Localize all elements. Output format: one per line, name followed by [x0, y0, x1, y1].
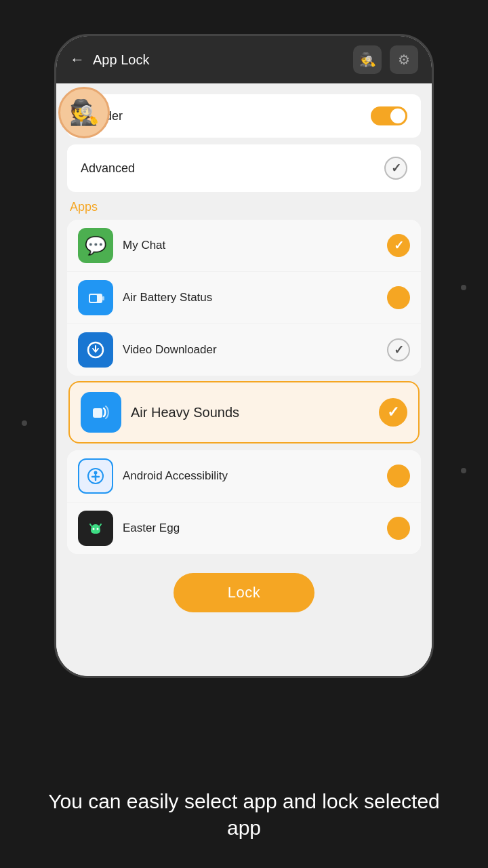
mychat-checkmark: ✓ [394, 238, 404, 253]
heavysounds-checkbox[interactable]: ✓ [379, 398, 407, 427]
app-icon-battery [78, 280, 113, 315]
apps-section-label: Apps [70, 200, 418, 214]
back-button[interactable]: ← [70, 51, 85, 68]
content-area: Intruder Advanced ✓ Apps 💬 My Cha [56, 83, 432, 676]
app-row-heavysounds[interactable]: Air Heavy Sounds ✓ [68, 381, 420, 443]
spy-icon-button[interactable]: 🕵️ [353, 45, 382, 74]
bottom-caption: You can easily select app and lock selec… [0, 788, 488, 841]
app-icon-mychat: 💬 [78, 228, 113, 263]
page-title: App Lock [93, 52, 345, 68]
intruder-toggle[interactable] [371, 106, 407, 125]
advanced-checkmark: ✓ [391, 161, 401, 176]
spy-icon: 🕵️ [359, 52, 376, 68]
svg-point-9 [93, 528, 95, 530]
app-row-accessibility[interactable]: Android Accessibility [67, 450, 421, 502]
app-icon-easteregg [78, 511, 113, 546]
app-row-battery[interactable]: Air Battery Status [67, 272, 421, 324]
accessibility-checkbox[interactable] [387, 465, 410, 488]
svg-rect-4 [93, 408, 102, 418]
highlighted-row-wrapper: Air Heavy Sounds ✓ [67, 380, 421, 445]
lock-button[interactable]: Lock [174, 573, 314, 612]
phone-screen: ← App Lock 🕵️ ⚙ Intruder Advanced ✓ [56, 36, 432, 676]
gear-icon-button[interactable]: ⚙ [390, 45, 418, 74]
app-name-battery: Air Battery Status [123, 291, 387, 304]
app-row-mychat[interactable]: 💬 My Chat ✓ [67, 220, 421, 272]
svg-point-10 [97, 528, 99, 530]
heavysounds-checkmark: ✓ [387, 403, 399, 421]
logo-avatar: 🕵️ [58, 87, 110, 138]
svg-rect-2 [102, 296, 104, 300]
app-name-downloader: Video Downloader [123, 343, 387, 357]
easteregg-checkbox[interactable] [387, 517, 410, 540]
app-icon-downloader [78, 332, 113, 368]
top-bar: ← App Lock 🕵️ ⚙ [56, 36, 432, 83]
app-name-accessibility: Android Accessibility [123, 469, 387, 483]
app-icon-heavysounds [81, 392, 121, 433]
app-name-mychat: My Chat [123, 239, 387, 252]
spy-avatar-icon: 🕵️ [69, 100, 100, 125]
app-icon-accessibility [78, 458, 113, 494]
downloader-checkbox[interactable]: ✓ [387, 338, 410, 361]
intruder-row[interactable]: Intruder [67, 94, 421, 138]
gear-icon: ⚙ [398, 52, 410, 68]
phone-frame: ← App Lock 🕵️ ⚙ Intruder Advanced ✓ [54, 34, 434, 678]
advanced-checkbox[interactable]: ✓ [384, 157, 407, 180]
app-row-easteregg[interactable]: Easter Egg [67, 502, 421, 554]
mychat-checkbox[interactable]: ✓ [387, 234, 410, 257]
app-name-heavysounds: Air Heavy Sounds [131, 405, 379, 420]
app-row-downloader[interactable]: Video Downloader ✓ [67, 324, 421, 376]
svg-rect-1 [90, 295, 97, 302]
advanced-row[interactable]: Advanced ✓ [67, 144, 421, 192]
app-list-bottom: Android Accessibility Easter Egg [67, 450, 421, 554]
lock-button-container: Lock [67, 562, 421, 623]
battery-checkbox[interactable] [387, 286, 410, 309]
downloader-checkmark: ✓ [394, 342, 404, 357]
app-list: 💬 My Chat ✓ A [67, 220, 421, 376]
app-name-easteregg: Easter Egg [123, 521, 387, 535]
advanced-label: Advanced [81, 161, 135, 176]
